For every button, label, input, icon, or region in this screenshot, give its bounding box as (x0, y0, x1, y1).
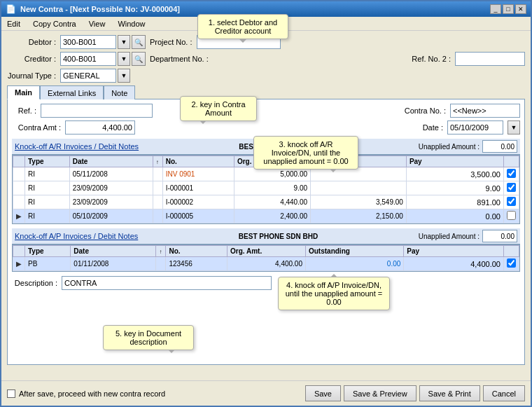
ap-row1-type: PB (25, 257, 71, 271)
ap-col-check (504, 246, 519, 257)
save-print-button[interactable]: Save & Print (419, 385, 480, 401)
ar-col-date: Date (69, 156, 153, 167)
ar-section-title[interactable]: Knock-off A/R Invoices / Debit Notes (15, 142, 139, 151)
ap-table-container: Type Date ↑ No. Org. Amt. Outstanding Pa… (12, 244, 520, 272)
description-input[interactable] (62, 276, 272, 290)
ap-section-title[interactable]: Knock-off A/P Invoices / Debit Notes (15, 232, 138, 240)
ar-row2-type: RI (25, 181, 70, 195)
journal-dropdown[interactable]: ▼ (118, 69, 130, 83)
ar-row-4: ▶ RI 05/10/2009 I-000005 2,400.00 2,150.… (13, 209, 519, 223)
department-label: Department No. : (150, 55, 209, 63)
description-label: Description : (12, 279, 57, 287)
contra-amt-row: Contra Amt : Date : ▼ (12, 120, 520, 134)
footer-left: After save, proceed with new contra reco… (7, 389, 165, 398)
journal-field-group: ▼ (60, 69, 130, 83)
ar-row1-no: INV 0901 (162, 167, 234, 181)
cancel-button[interactable]: Cancel (483, 385, 525, 401)
ap-row1-indicator: ▶ (13, 257, 25, 271)
description-row: Description : (12, 276, 520, 290)
ar-row-2: RI 23/09/2009 I-000001 9.00 (13, 181, 519, 195)
ar-row3-sort (153, 195, 162, 209)
ap-col-indicator (13, 246, 25, 257)
ar-unapplied: Unapplied Amount : (419, 140, 517, 153)
ap-row1-pay[interactable] (404, 257, 504, 271)
ap-row1-date: 01/11/2008 (71, 257, 156, 271)
debtor-search[interactable]: 🔍 (132, 35, 146, 49)
main-window: 📄 New Contra - [Next Possible No: JV-000… (0, 0, 532, 407)
creditor-label: Creditor : (7, 55, 56, 63)
journal-input[interactable] (60, 69, 116, 83)
journal-row: Journal Type : ▼ (7, 69, 525, 83)
ap-col-orgamt: Org. Amt. (227, 246, 305, 257)
creditor-input[interactable] (60, 52, 116, 66)
ar-row4-type: RI (25, 209, 70, 223)
tab-main[interactable]: Main (7, 85, 40, 99)
ap-col-pay: Pay (404, 246, 504, 257)
date-label: Date : (419, 123, 443, 132)
ap-row-1: ▶ PB 01/11/2008 123456 4,400.00 0.00 (13, 257, 519, 271)
new-record-checkbox[interactable] (7, 389, 15, 398)
save-preview-button[interactable]: Save & Preview (344, 385, 416, 401)
ar-col-type: Type (25, 156, 70, 167)
footer-buttons: Save Save & Preview Save & Print Cancel (305, 385, 525, 401)
creditor-search[interactable]: 🔍 (132, 52, 146, 66)
minimize-button[interactable]: _ (490, 4, 501, 14)
ref-input[interactable] (41, 104, 153, 118)
ar-row2-date: 23/09/2009 (69, 181, 153, 195)
project-label: Project No. : (150, 38, 192, 46)
debtor-input[interactable] (60, 35, 116, 49)
ar-row2-pay[interactable] (406, 181, 503, 195)
ref-label: Ref. : (12, 106, 36, 115)
ar-col-pay: Pay (406, 156, 503, 167)
ap-unapplied-label: Unapplied Amount : (419, 233, 479, 240)
debtor-field-group: ▼ 🔍 (60, 35, 146, 49)
ap-row1-outstanding: 0.00 (305, 257, 403, 271)
ar-row3-check[interactable] (504, 195, 519, 209)
creditor-dropdown[interactable]: ▼ (118, 52, 130, 66)
refno2-label: Ref. No. 2 : (409, 55, 451, 63)
ar-row4-check[interactable] (504, 209, 519, 223)
ar-row1-indicator (13, 167, 25, 181)
ar-row3-type: RI (25, 195, 70, 209)
menu-view[interactable]: View (86, 19, 108, 29)
save-button[interactable]: Save (305, 385, 341, 401)
tab-external-links[interactable]: External Links (40, 85, 104, 99)
ar-row4-indicator: ▶ (13, 209, 25, 223)
ar-row4-pay[interactable] (406, 209, 503, 223)
ar-row1-check[interactable] (504, 167, 519, 181)
journal-label: Journal Type : (7, 71, 56, 80)
ar-row2-sort (153, 181, 162, 195)
menu-window[interactable]: Window (115, 19, 148, 29)
refno2-input[interactable] (455, 52, 525, 66)
contra-amt-input[interactable] (65, 120, 135, 134)
ar-row3-indicator (13, 195, 25, 209)
ap-col-sort[interactable]: ↑ (156, 246, 166, 257)
debtor-dropdown[interactable]: ▼ (118, 35, 130, 49)
ap-row1-check[interactable] (504, 257, 519, 271)
maximize-button[interactable]: □ (503, 4, 514, 14)
ap-table: Type Date ↑ No. Org. Amt. Outstanding Pa… (13, 245, 519, 271)
ar-col-sort[interactable]: ↑ (153, 156, 162, 167)
ar-row4-date: 05/10/2009 (69, 209, 153, 223)
ar-row1-pay[interactable] (406, 167, 503, 181)
date-input[interactable] (447, 120, 503, 134)
ar-row3-orgamt: 4,440.00 (234, 195, 310, 209)
ar-row3-pay[interactable] (406, 195, 503, 209)
ar-row-3: RI 23/09/2009 I-000002 4,440.00 3,549.00 (13, 195, 519, 209)
date-picker-btn[interactable]: ▼ (507, 120, 520, 134)
contra-no-input[interactable] (450, 104, 520, 118)
balloon-5: 5. key in Documentdescription (103, 325, 194, 350)
ar-row4-sort (153, 209, 162, 223)
close-button[interactable]: ✕ (515, 4, 526, 14)
ar-row4-orgamt: 2,400.00 (234, 209, 310, 223)
menu-copy-contra[interactable]: Copy Contra (30, 19, 79, 29)
ar-unapplied-label: Unapplied Amount : (419, 143, 479, 151)
ar-unapplied-input[interactable] (482, 140, 517, 153)
tab-note[interactable]: Note (104, 85, 135, 99)
ar-row4-outstanding: 2,150.00 (311, 209, 407, 223)
menu-edit[interactable]: Edit (4, 19, 23, 29)
ap-col-type: Type (25, 246, 71, 257)
ar-col-check (504, 156, 519, 167)
ar-row2-check[interactable] (504, 181, 519, 195)
ap-unapplied-input[interactable] (482, 230, 517, 242)
